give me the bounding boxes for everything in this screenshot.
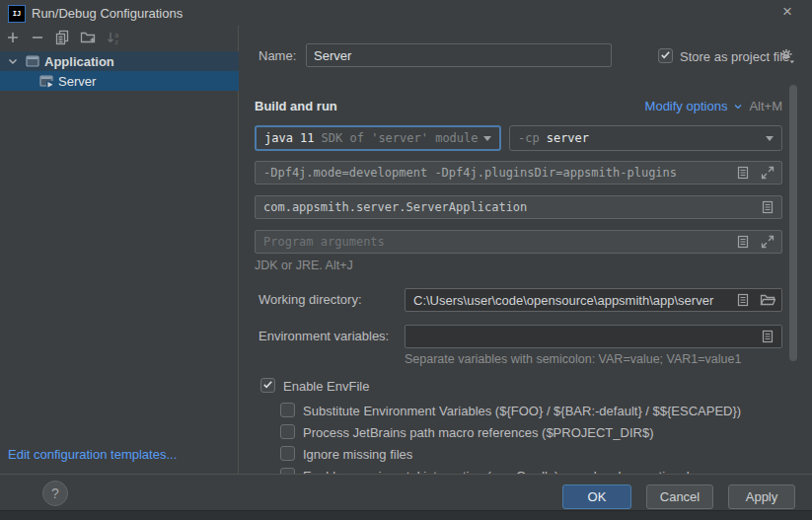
expand-list-icon[interactable]	[760, 329, 775, 344]
working-directory-label: Working directory:	[258, 292, 362, 308]
modify-options-row: Modify options Alt+M	[493, 99, 782, 113]
browse-folder-icon[interactable]	[760, 292, 775, 308]
run-configuration-icon	[38, 73, 54, 89]
scrollbar-thumb[interactable]	[789, 85, 797, 361]
process-path-macro-checkbox[interactable]	[280, 424, 295, 439]
cp-prefix: -cp	[518, 131, 540, 145]
dialog-title: Run/Debug Configurations	[32, 6, 183, 21]
tree-group-label: Application	[44, 54, 114, 69]
remove-configuration-button[interactable]	[29, 30, 46, 47]
sidebar-divider	[238, 26, 239, 475]
environment-variables-hint: Separate variables with semicolon: VAR=v…	[405, 352, 741, 366]
expand-field-icon[interactable]	[760, 234, 775, 250]
ignore-missing-files-checkbox[interactable]	[280, 446, 295, 461]
remove-icon	[30, 30, 45, 48]
modify-options-shortcut: Alt+M	[749, 99, 782, 113]
ok-button[interactable]: OK	[562, 484, 631, 509]
intellij-logo-icon: IJ	[8, 5, 26, 23]
jdk-hint-text: JDK or JRE. Alt+J	[255, 259, 353, 272]
apply-button[interactable]: Apply	[728, 484, 795, 509]
main-class-input[interactable]	[255, 195, 782, 219]
chevron-down-icon	[483, 136, 491, 141]
environment-variables-label: Environment variables:	[258, 329, 389, 344]
build-and-run-section-title: Build and run	[255, 99, 337, 113]
sort-alphabetically-icon: az	[106, 30, 121, 48]
chevron-down-icon[interactable]	[732, 101, 744, 112]
close-icon[interactable]: ×	[778, 4, 796, 22]
copy-configuration-button[interactable]	[53, 30, 71, 47]
program-arguments-input[interactable]	[255, 230, 782, 254]
jre-hint: SDK of 'server' module	[322, 131, 479, 145]
new-folder-button[interactable]	[79, 30, 97, 47]
working-directory-input[interactable]	[405, 288, 782, 312]
footer: ? OK Cancel Apply	[0, 475, 812, 510]
classpath-module-combobox[interactable]: -cp server	[509, 125, 782, 151]
environment-variables-input[interactable]	[405, 325, 782, 348]
add-icon	[5, 30, 21, 48]
expand-list-icon[interactable]	[760, 199, 775, 215]
name-label: Name:	[258, 48, 296, 64]
cancel-button[interactable]: Cancel	[646, 484, 713, 509]
sort-configurations-button: az	[105, 30, 122, 47]
copy-icon	[54, 30, 70, 48]
substitute-env-vars-label: Substitute Environment Variables (${FOO}…	[303, 404, 741, 419]
store-settings-gear-icon[interactable]	[778, 47, 795, 67]
application-type-icon	[25, 53, 40, 69]
new-folder-icon	[80, 30, 96, 48]
chevron-down-icon[interactable]	[5, 53, 21, 69]
ignore-missing-files-label: Ignore missing files	[303, 447, 412, 463]
expand-field-icon[interactable]	[760, 165, 775, 181]
chevron-down-icon	[766, 136, 774, 141]
enable-envfile-checkbox[interactable]	[260, 378, 275, 393]
help-button[interactable]: ?	[42, 481, 68, 506]
vm-options-input[interactable]	[255, 161, 782, 185]
store-as-project-file-label: Store as project file	[680, 49, 789, 65]
svg-text:z: z	[114, 38, 118, 45]
tree-item-label: Server	[58, 74, 96, 89]
name-input[interactable]	[306, 43, 612, 67]
modify-options-link[interactable]: Modify options	[645, 99, 728, 113]
expand-list-icon[interactable]	[735, 234, 751, 250]
checkmark-icon	[261, 378, 274, 394]
jre-combobox[interactable]: java 11 SDK of 'server' module	[255, 125, 501, 151]
substitute-env-vars-checkbox[interactable]	[280, 403, 295, 417]
expand-list-icon[interactable]	[735, 292, 751, 308]
enable-envfile-label: Enable EnvFile	[283, 379, 369, 395]
expand-list-icon[interactable]	[735, 165, 751, 181]
edit-configuration-templates-link[interactable]: Edit configuration templates...	[8, 447, 177, 462]
process-path-macro-label: Process JetBrains path macro references …	[303, 425, 653, 441]
checkmark-icon	[659, 48, 672, 64]
store-as-project-file-checkbox[interactable]	[658, 48, 673, 63]
jre-value: java 11	[264, 131, 315, 145]
tree-group-application[interactable]: Application	[0, 51, 239, 71]
add-configuration-button[interactable]	[4, 30, 22, 47]
tree-item-server[interactable]: Server	[0, 71, 239, 91]
background-window-strip	[0, 510, 812, 520]
cp-value: server	[547, 131, 589, 145]
run-debug-configurations-dialog: IJ Run/Debug Configurations × az Applica…	[0, 0, 812, 520]
